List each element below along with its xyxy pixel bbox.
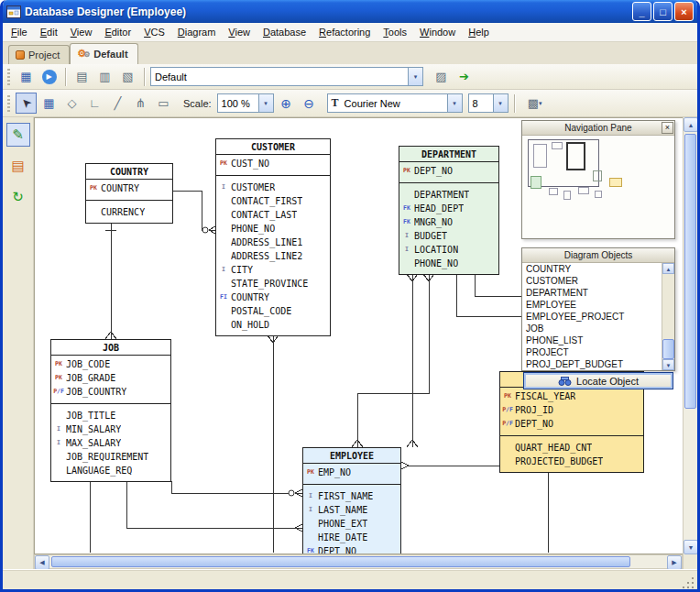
entity-customer[interactable]: CUSTOMERPKCUST_NOICUSTOMERCONTACT_FIRSTC… <box>215 138 331 336</box>
close-button[interactable]: × <box>674 2 694 21</box>
save-diagram-icon[interactable]: ▦ <box>16 66 37 87</box>
horizontal-scrollbar[interactable]: ◀ ▶ <box>34 554 683 569</box>
diagram-minimap[interactable] <box>522 136 674 238</box>
link-diagonal-tool[interactable]: ╱ <box>107 93 128 114</box>
reports-button[interactable]: ▤ <box>6 154 30 178</box>
object-item[interactable]: PROJECT <box>522 346 662 358</box>
refresh-button[interactable]: ↻ <box>6 185 30 209</box>
field-section: ICUSTOMERCONTACT_FIRSTCONTACT_LASTPHONE_… <box>216 176 330 335</box>
entity-country[interactable]: COUNTRYPKCOUNTRYCURRENCY <box>85 163 173 224</box>
panels-icon[interactable]: ▥ <box>94 66 115 87</box>
link-many-tool[interactable]: ⋔ <box>130 93 151 114</box>
field-section: JOB_TITLEIMIN_SALARYIMAX_SALARYJOB_REQUI… <box>51 404 170 481</box>
zoom-out-button[interactable]: ⊖ <box>299 93 320 114</box>
link-diagonal-tool: ╱ <box>115 96 122 110</box>
navigation-pane-header[interactable]: Navigation Pane × <box>522 121 674 136</box>
scroll-down-icon[interactable]: ▼ <box>684 540 698 554</box>
menu-window[interactable]: Window <box>413 25 462 39</box>
pointer-tool[interactable]: ➤ <box>16 93 37 114</box>
title-bar[interactable]: Database Designer (Employee) _ □ × <box>3 0 697 23</box>
font-combo[interactable]: T Courier New ▾ <box>327 93 463 113</box>
tab-project[interactable]: Project <box>8 45 70 64</box>
chevron-down-icon[interactable]: ▾ <box>493 94 508 112</box>
object-item[interactable]: PHONE_LIST <box>522 334 662 346</box>
key-marker <box>399 188 414 202</box>
maximize-button[interactable]: □ <box>653 2 673 21</box>
diagram-objects-header[interactable]: Diagram Objects <box>522 248 674 263</box>
object-list-scrollbar[interactable]: ▲ ▼ <box>662 263 674 370</box>
menu-refactoring[interactable]: Refactoring <box>312 25 377 39</box>
diagram-canvas[interactable]: COUNTRYPKCOUNTRYCURRENCYCUSTOMERPKCUST_N… <box>34 117 683 554</box>
edit-diagram-button[interactable]: ✎ <box>6 123 30 147</box>
pointer-tool: ➤ <box>17 94 34 111</box>
menu-file[interactable]: File <box>5 25 34 39</box>
font-icon: T <box>328 96 341 110</box>
ruler-tool[interactable]: ▭ <box>153 93 174 114</box>
object-item[interactable]: EMPLOYEE_PROJECT <box>522 311 662 323</box>
chevron-down-icon[interactable]: ▾ <box>447 94 462 112</box>
key-marker: PK <box>51 357 66 371</box>
entity-job[interactable]: JOBPKJOB_CODEPKJOB_GRADEP/FJOB_COUNTRYJO… <box>50 339 171 482</box>
tab-label: Default <box>93 49 127 60</box>
model-combo[interactable]: Default ▾ <box>150 67 423 86</box>
font-value: Courier New <box>341 98 447 109</box>
menu-view[interactable]: View <box>222 25 257 39</box>
key-marker <box>216 318 231 332</box>
field-row: P/FJOB_COUNTRY <box>51 385 170 399</box>
object-item[interactable]: COUNTRY <box>522 263 662 275</box>
scale-combo[interactable]: 100 % ▾ <box>217 93 274 113</box>
new-table-tool[interactable]: ▦ <box>38 93 60 114</box>
entity-employee[interactable]: EMPLOYEEPKEMP_NOIFIRST_NAMEILAST_NAMEPHO… <box>302 447 401 554</box>
vertical-scrollbar[interactable]: ▲ ▼ <box>683 117 697 569</box>
scrollbar-thumb[interactable] <box>662 339 674 359</box>
menu-view[interactable]: View <box>64 25 99 39</box>
resize-grip[interactable] <box>683 576 695 588</box>
scroll-up-icon[interactable]: ▲ <box>684 117 698 132</box>
edit-model-icon[interactable]: ▨ <box>431 66 452 87</box>
menu-tools[interactable]: Tools <box>377 25 413 39</box>
locate-object-button[interactable]: Locate Object <box>523 372 673 389</box>
chevron-down-icon[interactable]: ▾ <box>258 94 273 112</box>
object-item[interactable]: DEPARTMENT <box>522 287 662 299</box>
scroll-down-icon[interactable]: ▼ <box>662 359 674 370</box>
menu-edit[interactable]: Edit <box>34 25 64 39</box>
object-item[interactable]: PROJ_DEPT_BUDGET <box>522 358 662 370</box>
chevron-down-icon[interactable]: ▾ <box>408 68 422 85</box>
zoom-in-button[interactable]: ⊕ <box>276 93 297 114</box>
navigation-pane[interactable]: Navigation Pane × <box>521 120 675 239</box>
scrollbar-thumb[interactable] <box>51 556 630 567</box>
scroll-right-icon[interactable]: ▶ <box>667 555 682 570</box>
ruler-tool: ▭ <box>158 96 169 110</box>
entity-department[interactable]: DEPARTMENTPKDEPT_NODEPARTMENTFKHEAD_DEPT… <box>399 146 499 275</box>
field-name: DEPARTMENT <box>414 188 469 202</box>
menu-vcs[interactable]: VCS <box>137 25 171 39</box>
field-name: ADDRESS_LINE1 <box>231 236 302 249</box>
object-item[interactable]: JOB <box>522 323 662 334</box>
menu-database[interactable]: Database <box>257 25 312 39</box>
entity-title: CUSTOMER <box>216 139 330 155</box>
menu-help[interactable]: Help <box>462 25 496 39</box>
run-icon[interactable]: ▶ <box>38 66 60 87</box>
diagram-objects-panel[interactable]: Diagram Objects COUNTRYCUSTOMERDEPARTMEN… <box>521 247 675 371</box>
auto-layout-button[interactable]: ▩ ▾ <box>520 93 550 114</box>
tile-icon[interactable]: ▧ <box>117 66 138 87</box>
print-preview-icon[interactable]: ▤ <box>71 66 93 87</box>
close-icon[interactable]: × <box>662 122 673 134</box>
field-name: JOB_COUNTRY <box>66 385 126 399</box>
menu-editor[interactable]: Editor <box>98 25 137 39</box>
font-size-combo[interactable]: 8 ▾ <box>468 93 509 113</box>
object-item[interactable]: CUSTOMER <box>522 275 662 287</box>
menu-diagram[interactable]: Diagram <box>171 25 223 39</box>
field-row: P/FDEPT_NO <box>500 417 643 431</box>
shape-tool[interactable]: ◇ <box>61 93 82 114</box>
scroll-left-icon[interactable]: ◀ <box>35 555 49 570</box>
scroll-up-icon[interactable]: ▲ <box>662 263 674 274</box>
export-icon[interactable]: ➔ <box>454 66 475 87</box>
scrollbar-thumb[interactable] <box>684 134 696 409</box>
field-name: BUDGET <box>414 229 447 243</box>
field-name: MAX_SALARY <box>66 436 121 450</box>
minimize-button[interactable]: _ <box>632 2 651 21</box>
link-ortho-tool[interactable]: ∟ <box>84 93 105 114</box>
tab-default[interactable]: ⚙⚙Default <box>70 43 137 64</box>
object-item[interactable]: EMPLOYEE <box>522 299 662 311</box>
